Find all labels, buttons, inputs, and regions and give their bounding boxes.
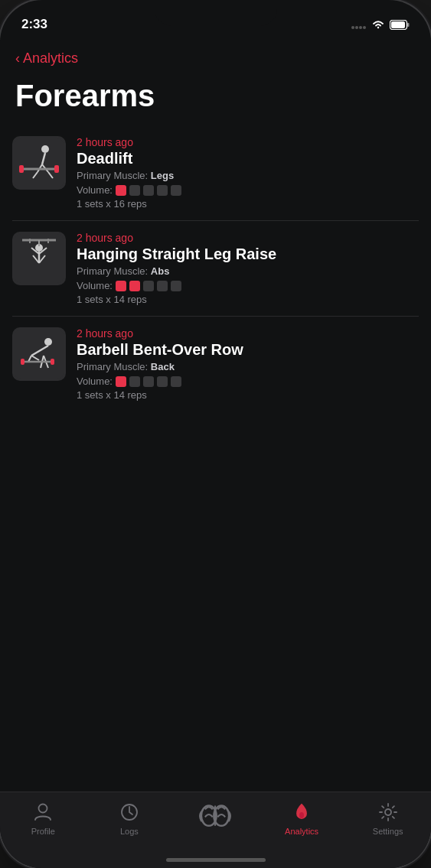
logs-icon bbox=[119, 801, 140, 823]
exercise-list: 2 hours ago Deadlift Primary Muscle: Leg… bbox=[0, 125, 431, 411]
back-label: Analytics bbox=[23, 50, 78, 67]
battery-icon bbox=[390, 20, 410, 30]
leg-raise-volume: Volume: bbox=[77, 280, 419, 291]
barbell-row-muscle: Primary Muscle: Back bbox=[77, 361, 419, 372]
page-title: Forearms bbox=[0, 73, 431, 125]
tab-workout[interactable] bbox=[188, 801, 242, 836]
svg-rect-7 bbox=[15, 138, 64, 187]
svg-rect-6 bbox=[391, 21, 405, 28]
home-indicator bbox=[166, 858, 266, 862]
svg-point-38 bbox=[39, 805, 47, 813]
exercise-info-leg-raise: 2 hours ago Hanging Straight Leg Raise P… bbox=[77, 232, 419, 305]
wifi-icon bbox=[371, 19, 385, 30]
tab-profile-label: Profile bbox=[31, 827, 55, 836]
tab-analytics[interactable]: Analytics bbox=[275, 801, 328, 836]
svg-rect-5 bbox=[407, 23, 410, 27]
barbell-row-name: Barbell Bent-Over Row bbox=[77, 341, 419, 359]
svg-point-3 bbox=[363, 26, 366, 29]
svg-point-2 bbox=[359, 26, 362, 29]
exercise-item-leg-raise[interactable]: 2 hours ago Hanging Straight Leg Raise P… bbox=[12, 221, 419, 317]
leg-raise-illustration bbox=[15, 234, 64, 283]
deadlift-time: 2 hours ago bbox=[77, 136, 419, 148]
notch bbox=[155, 0, 277, 26]
tab-analytics-label: Analytics bbox=[285, 827, 318, 836]
back-chevron-icon: ‹ bbox=[15, 50, 20, 67]
exercise-thumbnail-leg-raise bbox=[12, 232, 66, 285]
exercise-info-barbell-row: 2 hours ago Barbell Bent-Over Row Primar… bbox=[77, 327, 419, 401]
analytics-icon bbox=[291, 801, 312, 823]
leg-raise-muscle: Primary Muscle: Abs bbox=[77, 265, 419, 277]
tab-bar: Profile Logs bbox=[0, 792, 431, 868]
status-time: 2:33 bbox=[21, 17, 47, 32]
deadlift-name: Deadlift bbox=[77, 150, 419, 167]
svg-point-0 bbox=[351, 26, 354, 29]
leg-raise-sets: 1 sets x 14 reps bbox=[77, 294, 419, 305]
deadlift-sets: 1 sets x 16 reps bbox=[77, 198, 419, 210]
profile-icon bbox=[32, 801, 54, 823]
tab-settings-label: Settings bbox=[373, 827, 403, 836]
svg-point-29 bbox=[44, 338, 52, 346]
svg-rect-15 bbox=[19, 165, 24, 173]
svg-point-43 bbox=[299, 812, 304, 818]
tab-settings[interactable]: Settings bbox=[361, 801, 415, 836]
barbell-row-illustration bbox=[15, 330, 64, 379]
svg-rect-28 bbox=[15, 330, 64, 379]
svg-point-1 bbox=[355, 26, 358, 29]
tab-logs-label: Logs bbox=[120, 827, 139, 836]
deadlift-muscle: Primary Muscle: Legs bbox=[77, 170, 419, 181]
exercise-thumbnail-deadlift bbox=[12, 136, 66, 190]
svg-point-44 bbox=[385, 809, 391, 815]
exercise-info-deadlift: 2 hours ago Deadlift Primary Muscle: Leg… bbox=[77, 136, 419, 210]
deadlift-volume: Volume: bbox=[77, 184, 419, 196]
status-icons bbox=[351, 19, 410, 30]
svg-rect-37 bbox=[51, 359, 54, 365]
svg-rect-16 bbox=[54, 165, 59, 173]
exercise-thumbnail-barbell-row bbox=[12, 327, 66, 381]
barbell-row-volume: Volume: bbox=[77, 375, 419, 387]
phone-frame: 2:33 ‹ bbox=[0, 0, 431, 868]
deadlift-illustration bbox=[15, 138, 64, 187]
barbell-row-sets: 1 sets x 14 reps bbox=[77, 389, 419, 401]
signal-icon bbox=[351, 20, 367, 29]
svg-rect-36 bbox=[21, 359, 24, 365]
leg-raise-time: 2 hours ago bbox=[77, 232, 419, 244]
screen: ‹ Analytics Forearms bbox=[0, 40, 431, 868]
exercise-item-deadlift[interactable]: 2 hours ago Deadlift Primary Muscle: Leg… bbox=[12, 125, 419, 221]
muscles-icon bbox=[198, 797, 233, 832]
leg-raise-name: Hanging Straight Leg Raise bbox=[77, 245, 419, 263]
tab-profile[interactable]: Profile bbox=[16, 801, 70, 836]
tab-logs[interactable]: Logs bbox=[103, 801, 156, 836]
svg-point-8 bbox=[41, 145, 49, 153]
barbell-row-time: 2 hours ago bbox=[77, 327, 419, 340]
settings-icon bbox=[377, 801, 399, 823]
back-nav[interactable]: ‹ Analytics bbox=[0, 40, 431, 73]
exercise-item-barbell-row[interactable]: 2 hours ago Barbell Bent-Over Row Primar… bbox=[12, 317, 419, 411]
